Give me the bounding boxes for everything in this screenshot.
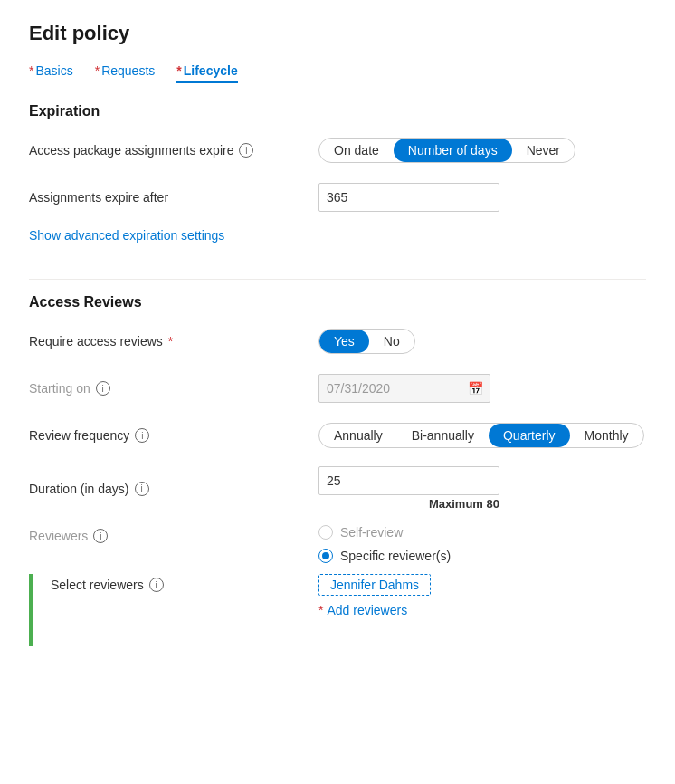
- starting-on-info-icon[interactable]: i: [96, 381, 110, 396]
- duration-label: Duration (in days) i: [29, 482, 318, 496]
- specific-reviewer-label: Specific reviewer(s): [340, 549, 451, 563]
- expire-toggle-group: On date Number of days Never: [318, 138, 575, 163]
- review-frequency-label: Review frequency i: [29, 428, 318, 443]
- review-frequency-row: Review frequency i Annually Bi-annually …: [29, 419, 646, 452]
- section-divider: [29, 279, 646, 280]
- frequency-info-icon[interactable]: i: [135, 428, 149, 443]
- specific-reviewer-radio-indicator: [318, 549, 333, 563]
- expire-never-btn[interactable]: Never: [512, 139, 575, 162]
- assignments-expire-label: Access package assignments expire i: [29, 143, 318, 158]
- freq-monthly-btn[interactable]: Monthly: [570, 424, 643, 447]
- duration-max-note: Maximum 80: [318, 497, 499, 511]
- reviewers-info-icon[interactable]: i: [93, 529, 108, 543]
- page-title: Edit policy: [29, 22, 646, 45]
- tab-requests[interactable]: *Requests: [95, 63, 156, 81]
- add-reviewers-link[interactable]: * Add reviewers: [318, 603, 431, 617]
- require-access-reviews-label: Require access reviews *: [29, 334, 318, 349]
- duration-info-icon[interactable]: i: [135, 482, 149, 496]
- duration-input[interactable]: [318, 466, 499, 495]
- tab-basics[interactable]: *Basics: [29, 63, 73, 81]
- freq-quarterly-btn[interactable]: Quarterly: [489, 424, 570, 447]
- require-yes-btn[interactable]: Yes: [319, 330, 369, 353]
- expire-after-label: Assignments expire after: [29, 190, 318, 205]
- reviewer-content: Jennifer Dahms * Add reviewers: [318, 574, 431, 617]
- starting-on-row: Starting on i 📅: [29, 372, 646, 405]
- duration-row: Duration (in days) i Maximum 80: [29, 466, 646, 511]
- require-no-btn[interactable]: No: [369, 330, 414, 353]
- expire-number-of-days-btn[interactable]: Number of days: [394, 139, 512, 162]
- self-review-radio[interactable]: Self-review: [318, 525, 451, 540]
- expire-after-input[interactable]: [318, 183, 499, 212]
- reviewer-chip[interactable]: Jennifer Dahms: [318, 574, 431, 596]
- require-access-reviews-row: Require access reviews * Yes No: [29, 325, 646, 358]
- reviewers-row: Reviewers i Self-review Specific reviewe…: [29, 525, 646, 563]
- tab-bar: *Basics *Requests *Lifecycle: [29, 63, 646, 81]
- duration-input-wrap: Maximum 80: [318, 466, 499, 511]
- expire-info-icon[interactable]: i: [239, 143, 253, 158]
- assignments-expire-row: Access package assignments expire i On d…: [29, 134, 646, 167]
- freq-bi-annually-btn[interactable]: Bi-annually: [397, 424, 489, 447]
- tab-lifecycle[interactable]: *Lifecycle: [176, 63, 237, 81]
- self-review-radio-indicator: [318, 525, 333, 540]
- specific-reviewer-radio[interactable]: Specific reviewer(s): [318, 549, 451, 563]
- starting-on-label: Starting on i: [29, 381, 318, 396]
- reviewer-type-radio-group: Self-review Specific reviewer(s): [318, 525, 451, 563]
- freq-annually-btn[interactable]: Annually: [319, 424, 397, 447]
- expire-on-date-btn[interactable]: On date: [319, 139, 394, 162]
- self-review-label: Self-review: [340, 525, 403, 540]
- select-reviewers-info-icon[interactable]: i: [149, 578, 164, 592]
- starting-on-input-wrap: 📅: [318, 374, 490, 403]
- expire-after-row: Assignments expire after: [29, 181, 646, 214]
- reviewers-label: Reviewers i: [29, 525, 318, 543]
- expiration-section-title: Expiration: [29, 103, 646, 120]
- access-reviews-section-title: Access Reviews: [29, 294, 646, 311]
- advanced-expiration-link[interactable]: Show advanced expiration settings: [29, 228, 224, 243]
- frequency-toggle-group: Annually Bi-annually Quarterly Monthly: [318, 423, 644, 448]
- select-reviewers-label: Select reviewers i: [51, 574, 318, 592]
- require-reviews-toggle-group: Yes No: [318, 329, 415, 354]
- starting-on-input[interactable]: [318, 374, 490, 403]
- select-reviewers-section: Select reviewers i Jennifer Dahms * Add …: [29, 574, 646, 646]
